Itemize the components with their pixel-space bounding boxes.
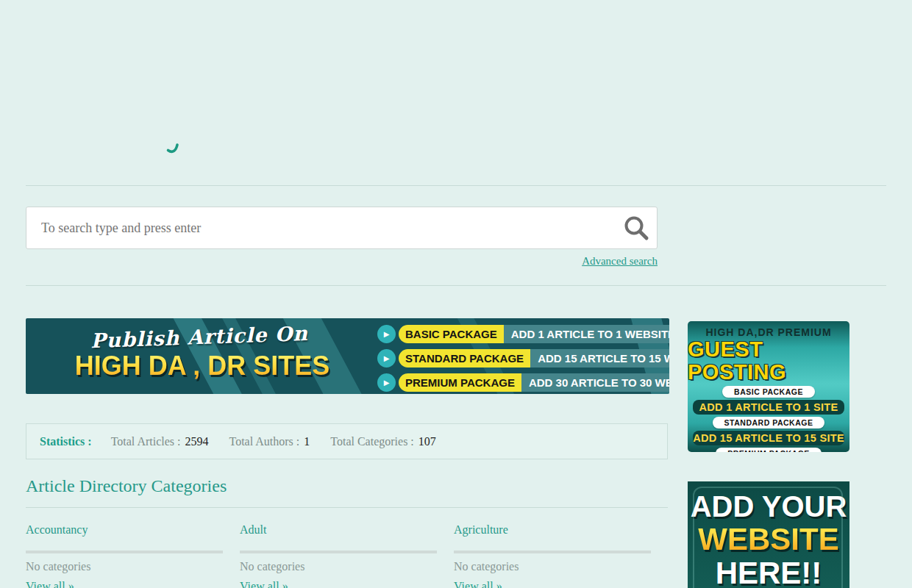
view-all-link[interactable]: View all »: [26, 580, 223, 588]
category-column: Adult No categories View all »: [240, 523, 437, 588]
view-all-link[interactable]: View all »: [454, 580, 651, 588]
page-title: Article Directory Categories: [26, 476, 227, 496]
publish-article-banner-ad[interactable]: Publish Article On HIGH DA , DR SITES ▶ …: [26, 318, 669, 394]
category-link-adult[interactable]: Adult: [240, 523, 437, 537]
guest-posting-sidebar-ad[interactable]: HIGH DA,DR PREMIUM GUEST POSTING BASIC P…: [688, 321, 849, 452]
stat-value: 107: [418, 435, 436, 448]
ad1-offer-bar: ADD 1 ARTICLE TO 1 SITE: [693, 400, 844, 415]
stat-label: Total Authors :: [229, 435, 300, 448]
ad1-package-pill: PREMIUM PACKAGE: [716, 448, 822, 452]
category-column: Agriculture No categories View all »: [454, 523, 651, 588]
category-column: Accountancy No categories View all »: [26, 523, 223, 588]
category-underline: [240, 551, 437, 553]
banner-package-list: ▶ BASIC PACKAGE ADD 1 ARTICLE TO 1 WEBSI…: [377, 325, 669, 392]
stat-label: Total Categories :: [330, 435, 414, 448]
ad1-package-pill: STANDARD PACKAGE: [713, 417, 825, 429]
advanced-search-link[interactable]: Advanced search: [26, 255, 658, 268]
category-link-accountancy[interactable]: Accountancy: [26, 523, 223, 537]
banner-headline: HIGH DA , DR SITES: [48, 351, 357, 381]
banner-package-pill: STANDARD PACKAGE ADD 15 ARTICLE TO 15 WE…: [399, 349, 669, 368]
category-status: No categories: [26, 560, 223, 573]
divider-under-search: [26, 285, 886, 286]
play-icon: ▶: [377, 325, 396, 343]
play-icon: ▶: [377, 349, 396, 368]
ad1-subtitle: HIGH DA,DR PREMIUM: [705, 326, 831, 338]
play-icon: ▶: [377, 373, 396, 392]
search-button[interactable]: [621, 215, 651, 244]
ad1-offer-bar: ADD 15 ARTICLE TO 15 SITE: [693, 431, 844, 445]
statistics-label: Statistics :: [40, 435, 92, 448]
stat-value: 2594: [185, 435, 209, 448]
search-input[interactable]: [26, 207, 657, 248]
banner-package-pill: BASIC PACKAGE ADD 1 ARTICLE TO 1 WEBSITE: [399, 325, 669, 343]
stat-total-categories: Total Categories :107: [330, 435, 436, 448]
divider-top: [26, 185, 886, 186]
ad1-package-pill: BASIC PACKAGE: [722, 386, 815, 398]
statistics-box: Statistics : Total Articles :2594 Total …: [26, 423, 668, 459]
category-underline: [26, 551, 223, 553]
stat-total-authors: Total Authors :1: [229, 435, 310, 448]
package-offer: ADD 15 ARTICLE TO 15 WEBSITES: [530, 349, 669, 368]
category-link-agriculture[interactable]: Agriculture: [454, 523, 651, 537]
stat-label: Total Articles :: [111, 435, 181, 448]
package-offer: ADD 1 ARTICLE TO 1 WEBSITE: [504, 325, 669, 343]
banner-package-row: ▶ BASIC PACKAGE ADD 1 ARTICLE TO 1 WEBSI…: [377, 325, 669, 343]
ad1-title: GUEST POSTING: [688, 338, 849, 384]
logo-mark[interactable]: [165, 143, 180, 157]
search-icon: [622, 215, 650, 243]
add-your-website-sidebar-ad[interactable]: ADD YOUR WEBSITE HERE!!: [688, 481, 849, 588]
package-name: PREMIUM PACKAGE: [399, 373, 521, 392]
ad2-text-line: WEBSITE: [688, 523, 849, 556]
package-name: STANDARD PACKAGE: [399, 349, 530, 368]
view-all-link[interactable]: View all »: [240, 580, 437, 588]
banner-package-row: ▶ PREMIUM PACKAGE ADD 30 ARTICLE TO 30 W…: [377, 373, 669, 392]
package-offer: ADD 30 ARTICLE TO 30 WEBSITES: [521, 373, 669, 392]
banner-package-row: ▶ STANDARD PACKAGE ADD 15 ARTICLE TO 15 …: [377, 349, 669, 368]
banner-package-pill: PREMIUM PACKAGE ADD 30 ARTICLE TO 30 WEB…: [399, 373, 669, 392]
category-status: No categories: [240, 560, 437, 573]
category-underline: [454, 551, 651, 553]
category-status: No categories: [454, 560, 651, 573]
divider-under-heading: [26, 507, 668, 508]
package-name: BASIC PACKAGE: [399, 325, 504, 343]
stat-value: 1: [304, 435, 310, 448]
stat-total-articles: Total Articles :2594: [111, 435, 209, 448]
search-box: [26, 207, 658, 249]
